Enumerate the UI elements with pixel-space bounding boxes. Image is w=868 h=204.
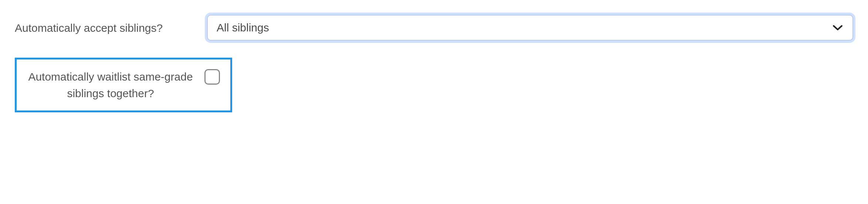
waitlist-siblings-highlight: Automatically waitlist same-grade siblin…: [15, 58, 232, 112]
waitlist-siblings-label: Automatically waitlist same-grade siblin…: [26, 68, 196, 102]
accept-siblings-label: Automatically accept siblings?: [15, 21, 207, 35]
waitlist-siblings-checkbox-cell: [196, 68, 220, 85]
waitlist-siblings-checkbox[interactable]: [204, 69, 220, 85]
accept-siblings-selected-value: All siblings: [217, 21, 269, 34]
accept-siblings-row: Automatically accept siblings? All sibli…: [15, 15, 853, 41]
accept-siblings-select[interactable]: All siblings: [207, 15, 853, 41]
accept-siblings-select-wrapper: All siblings: [207, 15, 853, 41]
